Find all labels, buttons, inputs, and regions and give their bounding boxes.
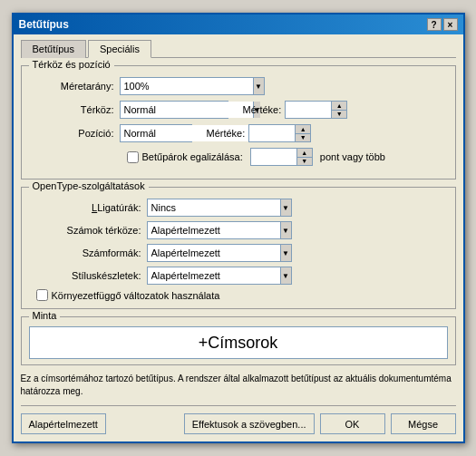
pozicio-spin-down[interactable]: ▼ (296, 134, 310, 142)
stiluskeszlet-label: Stíluskészletek: (29, 270, 147, 281)
pont-label: pont vagy több (320, 151, 385, 162)
title-bar: Betűtípus ? × (14, 15, 463, 34)
dialog-title: Betűtípus (19, 18, 69, 31)
terkoz-spin-down[interactable]: ▼ (332, 111, 346, 119)
tab-specialis[interactable]: Speciális (88, 40, 151, 58)
szamok-terkoz-input[interactable] (148, 222, 280, 238)
stiluskeszlet-dropdown-btn[interactable]: ▼ (280, 267, 291, 284)
pozicio-merteke-label: Mértéke: (207, 128, 246, 139)
terkoz-merteke-spinner[interactable]: ▲ ▼ (285, 101, 347, 119)
meretarany-input[interactable] (121, 78, 253, 94)
meretarany-dropdown-btn[interactable]: ▼ (253, 78, 264, 94)
info-text: Ez a címsortémához tartozó betűtípus. A … (21, 373, 456, 398)
meretarany-combo[interactable]: ▼ (120, 77, 265, 95)
alapertelmezett-button[interactable]: Alapértelmezett (21, 413, 106, 434)
spacing-section: Térköz és pozíció Méretarány: ▼ Térköz: … (21, 65, 456, 179)
betupatok-label: Betűpárok egalizálása: (142, 151, 243, 162)
betupatok-spin-up[interactable]: ▲ (297, 149, 312, 158)
opentype-section: OpenType-szolgáltatások LLigatúrák: ▼ Sz… (21, 187, 456, 309)
pozicio-combo[interactable]: ▼ (120, 124, 192, 142)
betupatok-spinner-buttons: ▲ ▼ (296, 149, 312, 165)
dialog: Betűtípus ? × Betűtípus Speciális Térköz… (12, 13, 465, 443)
minta-preview: +Címsorok (29, 326, 448, 359)
pozicio-merteke-input[interactable] (249, 125, 295, 141)
szamformak-dropdown-btn[interactable]: ▼ (280, 245, 291, 261)
pozicio-spinner-buttons: ▲ ▼ (295, 125, 310, 141)
spacing-section-title: Térköz és pozíció (29, 59, 114, 70)
terkoz-merteke-input[interactable] (286, 102, 331, 118)
ligaturak-input[interactable] (148, 199, 280, 216)
ligaturak-dropdown-btn[interactable]: ▼ (280, 199, 291, 216)
effektusok-button[interactable]: Effektusok a szövegben... (184, 413, 315, 434)
help-button[interactable]: ? (427, 18, 442, 31)
szamformak-label: Számformák: (29, 247, 147, 258)
pozicio-spin-up[interactable]: ▲ (296, 125, 310, 134)
opentype-section-title: OpenType-szolgáltatások (29, 180, 149, 191)
stiluskeszlet-row: Stíluskészletek: ▼ (29, 267, 448, 285)
szamok-terkoz-combo[interactable]: ▼ (147, 221, 292, 239)
tab-betutipus[interactable]: Betűtípus (21, 40, 86, 58)
terkoz-label: Térköz: (29, 104, 120, 115)
terkoz-input[interactable] (121, 102, 253, 118)
szamformak-combo[interactable]: ▼ (147, 244, 292, 262)
tab-bar: Betűtípus Speciális (21, 40, 456, 58)
betupatok-spinner[interactable]: ▲ ▼ (250, 148, 313, 166)
ligaturak-row: LLigatúrák: ▼ (29, 199, 448, 217)
meretarany-label: Méretarány: (29, 81, 120, 92)
terkoz-spinner-buttons: ▲ ▼ (331, 102, 346, 118)
dialog-content: Betűtípus Speciális Térköz és pozíció Mé… (14, 34, 463, 441)
pozicio-label: Pozíció: (29, 128, 120, 139)
betupatok-spin-down[interactable]: ▼ (297, 158, 312, 166)
title-bar-buttons: ? × (427, 18, 458, 31)
stiluskeszlet-input[interactable] (148, 267, 280, 284)
terkoz-merteke-label: Mértéke: (243, 104, 282, 115)
betupatok-input[interactable] (251, 149, 296, 165)
meretarany-row: Méretarány: ▼ (29, 77, 448, 95)
ok-button[interactable]: OK (320, 413, 385, 434)
pozicio-merteke-spinner[interactable]: ▲ ▼ (248, 124, 311, 142)
szamok-terkoz-row: Számok térköze: ▼ (29, 221, 448, 239)
terkoz-spin-up[interactable]: ▲ (332, 102, 346, 111)
minta-section-title: Minta (29, 310, 61, 321)
megse-button[interactable]: Mégse (391, 413, 456, 434)
close-button[interactable]: × (443, 18, 458, 31)
ligaturak-combo[interactable]: ▼ (147, 199, 292, 217)
minta-preview-text: +Címsorok (199, 334, 278, 353)
env-checkbox[interactable] (36, 289, 48, 301)
ligaturak-label: LLigatúrák: (29, 202, 147, 213)
szamok-terkoz-dropdown-btn[interactable]: ▼ (280, 222, 291, 238)
pozicio-row: Pozíció: ▼ Mértéke: ▲ ▼ (29, 124, 448, 142)
szamformak-row: Számformák: ▼ (29, 244, 448, 262)
button-row: Alapértelmezett Effektusok a szövegben..… (21, 405, 456, 434)
szamok-terkoz-label: Számok térköze: (29, 225, 147, 236)
env-check-row: Környezetfüggő változatok használata (29, 289, 448, 301)
terkoz-row: Térköz: ▼ Mértéke: ▲ ▼ (29, 101, 448, 119)
minta-section: Minta +Címsorok (21, 316, 456, 365)
betupatok-checkbox[interactable] (127, 151, 139, 163)
env-check-label: Környezetfüggő változatok használata (52, 290, 220, 301)
betupatok-row: Betűpárok egalizálása: ▲ ▼ pont vagy töb… (29, 148, 448, 166)
terkoz-combo[interactable]: ▼ (120, 101, 228, 119)
szamformak-input[interactable] (148, 245, 280, 261)
stiluskeszlet-combo[interactable]: ▼ (147, 267, 292, 285)
